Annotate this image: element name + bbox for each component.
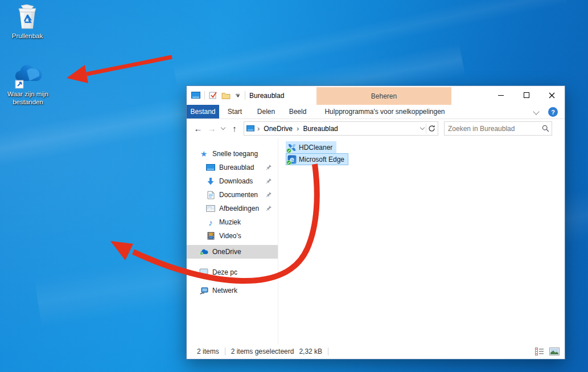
explorer-body: ★ Snelle toegang Bureaublad Downloads (187, 138, 565, 345)
pin-icon (266, 164, 272, 170)
minimize-icon (498, 95, 504, 96)
forward-button[interactable]: → (206, 119, 217, 138)
separator (225, 348, 225, 355)
tab-hulpprogrammas[interactable]: Hulpprogramma's voor snelkoppelingen (318, 105, 452, 118)
quick-access-star-icon: ★ (199, 149, 208, 158)
breadcrumb-desktop-icon (246, 125, 254, 132)
pin-icon (266, 178, 272, 184)
breadcrumb-bureaublad[interactable]: Bureaublad (302, 125, 339, 133)
file-name: HDCleaner (299, 144, 332, 152)
sidebar-item-afbeeldingen[interactable]: Afbeeldingen (187, 202, 278, 215)
new-folder-icon[interactable] (221, 92, 231, 99)
title-bar: Bureaublad Beheren (187, 86, 565, 105)
file-item-microsoft-edge[interactable]: e Microsoft Edge (286, 153, 348, 165)
sidebar-item-bureaublad[interactable]: Bureaublad (187, 161, 278, 174)
breadcrumb-separator: › (256, 124, 261, 133)
separator (328, 348, 328, 355)
sidebar-item-downloads[interactable]: Downloads (187, 174, 278, 188)
search-icon[interactable] (542, 125, 549, 132)
maximize-icon (524, 92, 529, 98)
sync-check-icon (286, 148, 291, 153)
tab-start[interactable]: Start (219, 105, 250, 118)
file-item-hdcleaner[interactable]: HDCleaner (286, 141, 336, 153)
details-view-button[interactable] (534, 346, 545, 357)
large-icons-view-button[interactable] (549, 346, 560, 357)
downloads-arrow-icon (206, 177, 215, 186)
this-pc-icon (199, 268, 208, 277)
network-icon (199, 286, 208, 295)
desktop-monitor-icon (206, 163, 215, 172)
up-button[interactable]: ↑ (229, 119, 240, 138)
separator (204, 91, 205, 100)
pictures-icon (206, 204, 215, 213)
tab-delen[interactable]: Delen (250, 105, 282, 118)
sidebar-item-netwerk[interactable]: Netwerk (187, 284, 278, 297)
file-list-pane: HDCleaner e Microsoft Edge (278, 138, 565, 345)
forward-icon: → (208, 124, 216, 133)
minimize-button[interactable] (488, 86, 513, 104)
status-item-count: 2 items (197, 348, 219, 355)
sidebar-item-documenten[interactable]: Documenten (187, 188, 278, 202)
quick-access-toolbar: Bureaublad (191, 86, 284, 105)
breadcrumb-onedrive[interactable]: OneDrive (262, 125, 294, 133)
help-button[interactable]: ? (548, 107, 558, 117)
status-selection: 2 items geselecteerd (231, 348, 294, 355)
wallpaper-light-ray (172, 0, 567, 87)
microsoft-edge-icon: e (287, 155, 297, 164)
status-bar: 2 items 2 items geselecteerd 2,32 kB (187, 344, 565, 359)
desktop-icon-onedrive-shortcut[interactable]: Waar zijn mijn bestanden (2, 63, 54, 106)
sidebar-item-deze-pc[interactable]: Deze pc (187, 265, 278, 279)
navigation-pane: ★ Snelle toegang Bureaublad Downloads (187, 138, 278, 345)
maximize-button[interactable] (513, 86, 539, 104)
recent-locations-dropdown[interactable] (220, 119, 227, 138)
large-icons-view-icon (549, 348, 560, 355)
search-input[interactable] (445, 125, 540, 133)
view-toggles (534, 346, 560, 357)
file-name: Microsoft Edge (299, 156, 344, 163)
back-button[interactable]: ← (192, 119, 204, 138)
music-note-icon: ♪ (206, 218, 215, 227)
tab-beeld[interactable]: Beeld (282, 105, 314, 118)
address-dropdown-icon[interactable] (420, 125, 425, 130)
onedrive-shortcut-label: Waar zijn mijn bestanden (2, 90, 54, 106)
sync-check-icon (286, 160, 291, 165)
sidebar-item-muziek[interactable]: ♪ Muziek (187, 215, 278, 229)
chevron-down-icon (221, 125, 225, 130)
pin-icon (266, 191, 272, 198)
up-icon: ↑ (232, 124, 237, 133)
window-controls (488, 86, 565, 105)
back-icon: ← (194, 124, 203, 133)
explorer-window-icon (191, 92, 200, 100)
film-icon (206, 231, 215, 240)
close-icon (549, 92, 555, 99)
help-icon: ? (551, 109, 555, 116)
ribbon-expand-chevron-icon[interactable] (533, 108, 539, 115)
recycle-bin-label: Prullenbak (1, 32, 54, 40)
ribbon-tabs: Bestand Start Delen Beeld Hulpprogramma'… (187, 105, 565, 119)
recycle-bin-icon (1, 3, 54, 31)
status-selection-size: 2,32 kB (299, 348, 322, 355)
search-box[interactable] (444, 121, 552, 136)
file-explorer-window: Bureaublad Beheren Bestand Start Delen B… (186, 85, 565, 359)
sidebar-item-onedrive[interactable]: OneDrive (187, 245, 278, 259)
contextual-tab-beheren: Beheren (316, 87, 451, 105)
desktop-icon-recycle-bin[interactable]: Prullenbak (1, 3, 54, 40)
details-view-icon (535, 348, 544, 355)
sidebar-item-snelle-toegang[interactable]: ★ Snelle toegang (187, 147, 278, 161)
separator (426, 124, 426, 133)
breadcrumb-separator: › (295, 124, 300, 133)
qat-customize-dropdown-icon[interactable] (235, 93, 241, 99)
onedrive-icon (199, 247, 208, 256)
close-button[interactable] (539, 86, 565, 104)
properties-checkbox-icon[interactable] (209, 91, 217, 100)
address-bar[interactable]: › OneDrive › Bureaublad (244, 121, 438, 136)
sidebar-item-videos[interactable]: Video's (187, 229, 278, 243)
pin-icon (266, 205, 272, 211)
separator (245, 91, 245, 100)
document-icon (206, 190, 215, 199)
onedrive-cloud-icon (2, 63, 54, 89)
tab-bestand[interactable]: Bestand (187, 105, 219, 118)
window-title: Bureaublad (249, 92, 284, 100)
address-bar-row: ← → ↑ › OneDrive › Bureaublad (187, 119, 565, 138)
refresh-icon[interactable] (428, 125, 435, 132)
